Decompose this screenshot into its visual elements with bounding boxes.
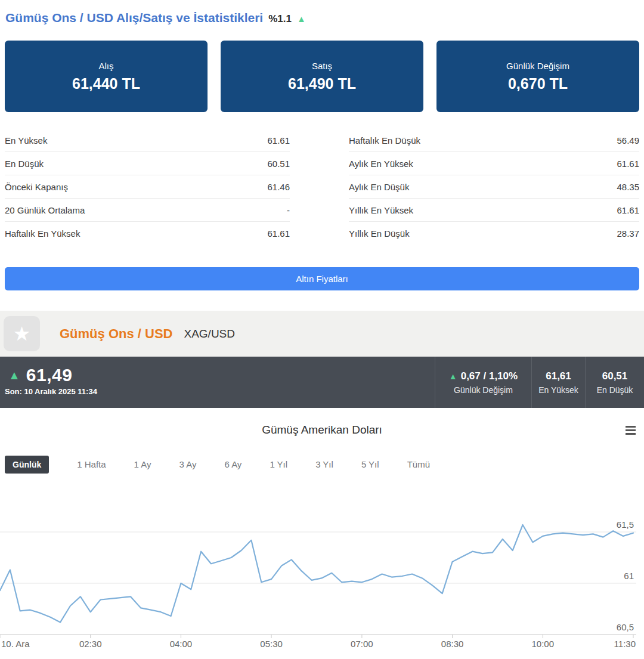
svg-text:05:30: 05:30 (260, 639, 283, 649)
stat-row: Önceki Kapanış 61.46 (5, 175, 290, 199)
up-triangle-icon: ▲ (297, 14, 306, 24)
stat-value: 61.61 (267, 228, 290, 239)
svg-text:02:30: 02:30 (79, 639, 102, 649)
stat-value: 61.46 (267, 182, 290, 192)
chart-title: Gümüş Amerikan Doları (0, 423, 644, 437)
tab-5-yil[interactable]: 5 Yıl (361, 459, 379, 469)
stats-left-column: En Yüksek 61.61 En Düşük 60.51 Önceki Ka… (5, 129, 290, 245)
stat-label: Aylık En Yüksek (349, 159, 413, 169)
stat-row: Aylık En Yüksek 61.61 (349, 152, 639, 175)
star-icon: ★ (13, 323, 31, 345)
svg-text:60,5: 60,5 (617, 622, 634, 632)
stat-value: 61.61 (617, 205, 639, 215)
svg-text:07:00: 07:00 (351, 639, 373, 649)
buy-label: Alış (98, 61, 113, 71)
stat-row: Aylık En Düşük 48.35 (349, 175, 639, 199)
day-low-value: 60,51 (602, 370, 628, 382)
day-high-value: 61,61 (546, 370, 571, 382)
instrument-code: XAG/USD (184, 327, 235, 341)
sell-value: 61,490 TL (288, 75, 356, 92)
stat-value: 28.37 (617, 228, 639, 239)
favorite-star-button[interactable]: ★ (4, 316, 40, 351)
range-tabs: Günlük 1 Hafta 1 Ay 3 Ay 6 Ay 1 Yıl 3 Yı… (0, 454, 644, 474)
page-title: Gümüş Ons / USD Alış/Satış ve İstatistik… (5, 11, 263, 25)
stat-value: 56.49 (617, 135, 639, 146)
day-high-cell: 61,61 En Yüksek (531, 357, 585, 408)
gold-prices-button[interactable]: Altın Fiyatları (5, 267, 639, 290)
buy-card: Alış 61,440 TL (5, 41, 208, 112)
svg-text:11:30: 11:30 (614, 639, 636, 649)
live-price-bar: ▲ 61,49 Son: 10 Aralık 2025 11:34 ▲0,67 … (0, 357, 644, 408)
chart-header: Gümüş Amerikan Doları (0, 423, 644, 441)
chart-menu-hamburger-icon[interactable] (626, 426, 636, 435)
tab-3-yil[interactable]: 3 Yıl (315, 459, 333, 469)
line-chart-canvas[interactable]: 60,56161,510. Ara02:3004:0005:3007:0008:… (0, 480, 644, 658)
stat-value: 60.51 (267, 159, 290, 169)
stat-label: Aylık En Düşük (349, 182, 409, 192)
daily-change-value: 0,670 TL (508, 75, 568, 92)
cell-label: En Düşük (597, 385, 633, 395)
sell-card: Satış 61,490 TL (221, 41, 423, 112)
svg-text:10. Ara: 10. Ara (1, 639, 30, 649)
svg-text:61,5: 61,5 (617, 519, 634, 530)
change-percent: %1.1 (268, 13, 292, 25)
stats-right-column: Haftalık En Düşük 56.49 Aylık En Yüksek … (349, 129, 639, 245)
svg-text:08:30: 08:30 (441, 639, 464, 649)
tab-1-yil[interactable]: 1 Yıl (270, 459, 287, 469)
tab-gunluk[interactable]: Günlük (5, 456, 49, 474)
tab-6-ay[interactable]: 6 Ay (224, 459, 242, 469)
day-low-cell: 60,51 En Düşük (585, 357, 644, 408)
summary-cards: Alış 61,440 TL Satış 61,490 TL Günlük De… (5, 41, 639, 112)
stat-row: Yıllık En Düşük 28.37 (349, 222, 639, 245)
statistics-panel: Gümüş Ons / USD Alış/Satış ve İstatistik… (0, 0, 644, 290)
stat-row: Haftalık En Düşük 56.49 (349, 129, 639, 152)
buy-value: 61,440 TL (72, 75, 140, 92)
stat-row: Haftalık En Yüksek 61.61 (5, 222, 290, 245)
daily-change-label: Günlük Değişim (506, 61, 569, 71)
page-title-row: Gümüş Ons / USD Alış/Satış ve İstatistik… (5, 11, 639, 25)
price-chart[interactable]: 60,56161,510. Ara02:3004:0005:3007:0008:… (0, 480, 644, 659)
cell-label: Günlük Değişim (454, 385, 513, 395)
last-update-time: Son: 10 Aralık 2025 11:34 (5, 387, 435, 396)
stat-value: 48.35 (617, 182, 639, 192)
daily-change-cell: ▲0,67 / 1,10% Günlük Değişim (435, 357, 531, 408)
stat-row: En Yüksek 61.61 (5, 129, 290, 152)
stat-value: 61.61 (267, 135, 290, 146)
stat-label: En Düşük (5, 159, 44, 169)
daily-change-value: ▲0,67 / 1,10% (449, 370, 518, 382)
svg-text:61: 61 (624, 571, 634, 581)
stats-table: En Yüksek 61.61 En Düşük 60.51 Önceki Ka… (5, 129, 639, 245)
stat-label: Haftalık En Yüksek (5, 228, 80, 239)
stat-row: 20 Günlük Ortalama - (5, 199, 290, 222)
svg-text:04:00: 04:00 (170, 639, 193, 649)
tab-1-ay[interactable]: 1 Ay (134, 459, 151, 469)
current-price: 61,49 (26, 365, 73, 385)
up-triangle-icon: ▲ (449, 372, 457, 381)
stat-row: En Düşük 60.51 (5, 152, 290, 175)
tab-3-ay[interactable]: 3 Ay (179, 459, 197, 469)
stat-value: 61.61 (617, 159, 639, 169)
instrument-name: Gümüş Ons / USD (60, 326, 172, 342)
sell-label: Satış (312, 61, 332, 71)
current-price-block: ▲ 61,49 Son: 10 Aralık 2025 11:34 (0, 357, 435, 408)
stat-value: - (287, 205, 290, 215)
up-triangle-icon: ▲ (8, 369, 20, 382)
tab-1-hafta[interactable]: 1 Hafta (77, 459, 106, 469)
stat-label: Yıllık En Düşük (349, 228, 410, 239)
stat-row: Yıllık En Yüksek 61.61 (349, 199, 639, 222)
stat-label: Yıllık En Yüksek (349, 205, 413, 215)
stat-label: 20 Günlük Ortalama (5, 205, 85, 215)
stat-label: Haftalık En Düşük (349, 135, 420, 146)
daily-change-card: Günlük Değişim 0,670 TL (436, 41, 639, 112)
stat-label: Önceki Kapanış (5, 182, 68, 192)
tab-tumu[interactable]: Tümü (407, 459, 430, 469)
svg-text:10:00: 10:00 (532, 639, 555, 649)
instrument-header: ★ Gümüş Ons / USD XAG/USD (0, 311, 644, 357)
cell-label: En Yüksek (538, 385, 578, 395)
stat-label: En Yüksek (5, 135, 47, 146)
